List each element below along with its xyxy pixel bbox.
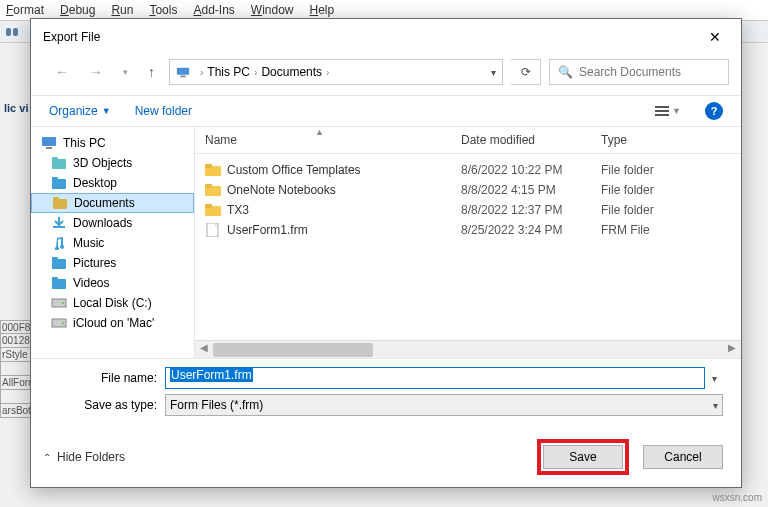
search-placeholder: Search Documents bbox=[579, 65, 681, 79]
nav-up[interactable]: ↑ bbox=[142, 62, 161, 82]
filetype-select[interactable]: Form Files (*.frm) ▾ bbox=[165, 394, 723, 416]
file-row[interactable]: Custom Office Templates8/6/2022 10:22 PM… bbox=[195, 160, 741, 180]
tree-item-label: Videos bbox=[73, 276, 109, 290]
tree-item-label: Music bbox=[73, 236, 104, 250]
tree-item-music[interactable]: Music bbox=[31, 233, 194, 253]
menu-format[interactable]: Format bbox=[6, 3, 44, 17]
breadcrumb-folder[interactable]: Documents bbox=[261, 65, 322, 79]
tree-item-label: 3D Objects bbox=[73, 156, 132, 170]
file-row[interactable]: TX38/8/2022 12:37 PMFile folder bbox=[195, 200, 741, 220]
breadcrumb-dropdown[interactable]: ▾ bbox=[491, 67, 496, 78]
file-list: Custom Office Templates8/6/2022 10:22 PM… bbox=[195, 154, 741, 340]
horizontal-scrollbar[interactable]: ◀ ▶ bbox=[195, 340, 741, 358]
watermark: wsxsn.com bbox=[713, 492, 762, 503]
sort-arrow-icon: ▲ bbox=[315, 127, 324, 137]
chevron-down-icon: ▼ bbox=[672, 106, 681, 116]
col-date[interactable]: Date modified bbox=[451, 127, 591, 153]
filename-dropdown[interactable]: ▾ bbox=[705, 373, 723, 384]
tree-item-documents[interactable]: Documents bbox=[31, 193, 194, 213]
file-date: 8/25/2022 3:24 PM bbox=[451, 220, 591, 240]
file-date: 8/8/2022 4:15 PM bbox=[451, 180, 591, 200]
svg-rect-16 bbox=[52, 257, 58, 260]
search-input[interactable]: 🔍 Search Documents bbox=[549, 59, 729, 85]
tree-item-label: Documents bbox=[74, 196, 135, 210]
breadcrumb[interactable]: › This PC › Documents › ▾ bbox=[169, 59, 503, 85]
nav-row: ← → ▾ ↑ › This PC › Documents › ▾ ⟳ 🔍 Se… bbox=[31, 55, 741, 96]
dialog-body: This PC3D ObjectsDesktopDocumentsDownloa… bbox=[31, 127, 741, 358]
close-button[interactable]: ✕ bbox=[701, 27, 729, 47]
breadcrumb-root[interactable]: This PC bbox=[207, 65, 250, 79]
svg-rect-5 bbox=[655, 110, 669, 112]
filename-input[interactable]: UserForm1.frm bbox=[165, 367, 705, 389]
chevron-right-icon: › bbox=[200, 67, 203, 78]
svg-rect-14 bbox=[53, 197, 59, 200]
bg-panel-label: lic vi bbox=[0, 100, 32, 116]
svg-point-20 bbox=[62, 302, 64, 304]
svg-rect-26 bbox=[205, 184, 212, 188]
filename-section: File name: UserForm1.frm ▾ Save as type:… bbox=[31, 358, 741, 429]
file-name: TX3 bbox=[227, 203, 249, 217]
tree-item-this-pc[interactable]: This PC bbox=[31, 133, 194, 153]
col-name[interactable]: Name ▲ bbox=[195, 127, 451, 153]
file-pane: Name ▲ Date modified Type Custom Office … bbox=[195, 127, 741, 358]
file-name: OneNote Notebooks bbox=[227, 183, 336, 197]
menu-addins[interactable]: Add-Ins bbox=[193, 3, 234, 17]
save-highlight: Save bbox=[537, 439, 629, 475]
cancel-button[interactable]: Cancel bbox=[643, 445, 723, 469]
tree-item-label: Desktop bbox=[73, 176, 117, 190]
tree-item-local-disk-c-[interactable]: Local Disk (C:) bbox=[31, 293, 194, 313]
help-button[interactable]: ? bbox=[705, 102, 723, 120]
svg-rect-8 bbox=[46, 147, 52, 149]
file-type: FRM File bbox=[591, 220, 741, 240]
col-type[interactable]: Type bbox=[591, 127, 741, 153]
tree-item-desktop[interactable]: Desktop bbox=[31, 173, 194, 193]
view-icon bbox=[655, 104, 669, 118]
refresh-button[interactable]: ⟳ bbox=[511, 59, 541, 85]
tree-item-label: This PC bbox=[63, 136, 106, 150]
menu-run[interactable]: Run bbox=[111, 3, 133, 17]
svg-rect-11 bbox=[52, 179, 66, 189]
toolbar: Organize ▼ New folder ▼ ? bbox=[31, 96, 741, 127]
svg-rect-12 bbox=[52, 177, 58, 180]
menu-debug[interactable]: Debug bbox=[60, 3, 95, 17]
tree-item-label: Local Disk (C:) bbox=[73, 296, 152, 310]
save-button[interactable]: Save bbox=[543, 445, 623, 469]
svg-rect-24 bbox=[205, 164, 212, 168]
chevron-right-icon: › bbox=[326, 67, 329, 78]
svg-rect-6 bbox=[655, 114, 669, 116]
chevron-down-icon: ▾ bbox=[713, 400, 718, 411]
svg-rect-15 bbox=[52, 259, 66, 269]
tree-item-videos[interactable]: Videos bbox=[31, 273, 194, 293]
file-row[interactable]: OneNote Notebooks8/8/2022 4:15 PMFile fo… bbox=[195, 180, 741, 200]
file-name: Custom Office Templates bbox=[227, 163, 361, 177]
scroll-right-icon[interactable]: ▶ bbox=[728, 342, 736, 353]
nav-recent-dd[interactable]: ▾ bbox=[117, 65, 134, 79]
menu-window[interactable]: Window bbox=[251, 3, 294, 17]
svg-rect-17 bbox=[52, 279, 66, 289]
svg-rect-10 bbox=[52, 157, 58, 160]
scroll-left-icon[interactable]: ◀ bbox=[200, 342, 208, 353]
menu-help[interactable]: Help bbox=[310, 3, 335, 17]
organize-button[interactable]: Organize ▼ bbox=[49, 104, 111, 118]
titlebar: Export File ✕ bbox=[31, 19, 741, 55]
file-row[interactable]: UserForm1.frm8/25/2022 3:24 PMFRM File bbox=[195, 220, 741, 240]
nav-back[interactable]: ← bbox=[49, 62, 75, 82]
file-type: File folder bbox=[591, 180, 741, 200]
svg-point-22 bbox=[62, 322, 64, 324]
folder-tree: This PC3D ObjectsDesktopDocumentsDownloa… bbox=[31, 127, 195, 358]
tree-item-3d-objects[interactable]: 3D Objects bbox=[31, 153, 194, 173]
svg-rect-4 bbox=[655, 106, 669, 108]
tree-item-pictures[interactable]: Pictures bbox=[31, 253, 194, 273]
menu-tools[interactable]: Tools bbox=[149, 3, 177, 17]
hide-folders-button[interactable]: ⌃ Hide Folders bbox=[43, 450, 125, 464]
column-headers: Name ▲ Date modified Type bbox=[195, 127, 741, 154]
scroll-thumb[interactable] bbox=[213, 343, 373, 357]
chevron-right-icon: › bbox=[254, 67, 257, 78]
nav-forward[interactable]: → bbox=[83, 62, 109, 82]
view-mode-button[interactable]: ▼ bbox=[655, 104, 681, 118]
new-folder-button[interactable]: New folder bbox=[135, 104, 192, 118]
tree-item-icloud-on-mac-[interactable]: iCloud on 'Mac' bbox=[31, 313, 194, 333]
filename-label: File name: bbox=[49, 371, 165, 385]
tree-item-downloads[interactable]: Downloads bbox=[31, 213, 194, 233]
svg-rect-3 bbox=[180, 76, 185, 78]
